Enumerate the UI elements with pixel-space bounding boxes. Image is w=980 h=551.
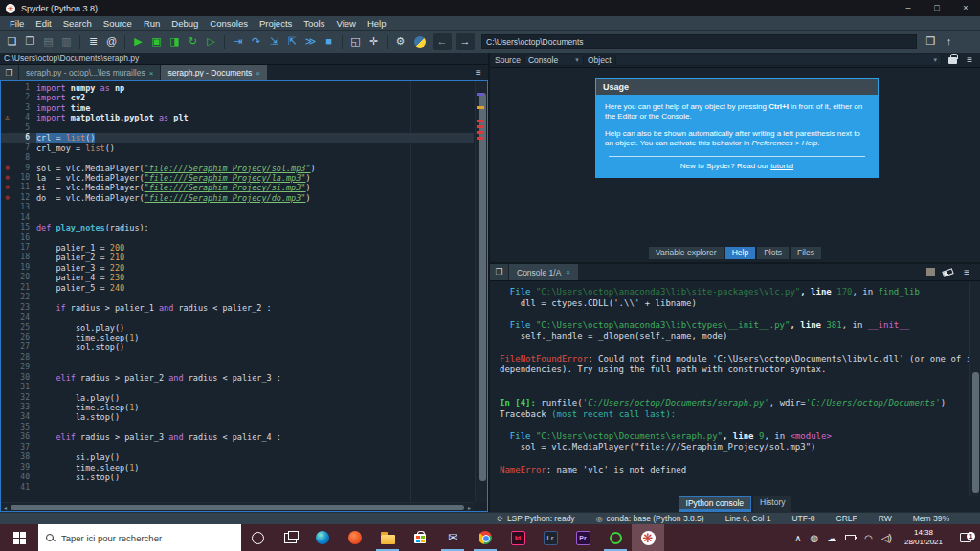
rerun-cell-icon[interactable]: ↻ (185, 33, 201, 50)
close-icon[interactable]: × (149, 69, 154, 77)
browse-tabs-icon[interactable]: ❐ (0, 65, 19, 80)
code-line[interactable]: ⊗11si = vlc.MediaPlayer("file:///Seraphi… (1, 183, 474, 192)
forward-icon[interactable]: → (456, 33, 475, 50)
editor-options-menu-icon[interactable]: ≡ (469, 65, 488, 80)
code-line[interactable]: 26 time.sleep(1) (1, 333, 474, 342)
code-line[interactable]: 32 la.play() (1, 393, 474, 403)
lightroom-icon[interactable]: Lr (534, 524, 567, 551)
start-button[interactable] (0, 524, 38, 551)
menu-debug[interactable]: Debug (166, 18, 204, 29)
parent-directory-icon[interactable]: ↑ (941, 33, 957, 50)
console-options-menu-icon[interactable]: ≡ (961, 267, 972, 277)
scroll-right-icon[interactable]: ▸ (465, 504, 474, 511)
battery-icon[interactable] (845, 535, 856, 540)
tab-help[interactable]: Help (725, 247, 755, 259)
code-line[interactable]: 3import time (1, 103, 474, 113)
code-line[interactable]: ⊗9sol = vlc.MediaPlayer("file:///Seraphi… (1, 164, 474, 173)
maximize-pane-icon[interactable]: ◱ (347, 33, 364, 50)
clear-console-icon[interactable] (942, 268, 953, 276)
minimize-button[interactable]: – (894, 0, 923, 16)
symbols-icon[interactable]: @ (103, 33, 120, 50)
file-explorer-icon[interactable] (371, 524, 404, 551)
python-logo-icon[interactable] (414, 36, 426, 48)
code-line[interactable]: 41 (1, 483, 474, 493)
code-line[interactable]: 33 time.sleep(1) (1, 403, 474, 412)
code-line[interactable]: 2import cv2 (1, 93, 474, 102)
code-line[interactable]: 31 (1, 383, 474, 392)
menu-edit[interactable]: Edit (30, 18, 56, 29)
code-line[interactable]: 8 (1, 153, 474, 163)
menu-file[interactable]: File (4, 18, 30, 29)
code-line[interactable]: ⊗10la = vlc.MediaPlayer("file:///Seraphi… (1, 173, 474, 183)
help-options-menu-icon[interactable]: ≡ (964, 55, 975, 65)
run-selection-icon[interactable]: ▷ (203, 33, 219, 50)
debug-file-icon[interactable]: ⇥ (230, 33, 246, 50)
browse-directory-icon[interactable]: ❒ (923, 33, 939, 50)
open-file-icon[interactable]: ❒ (22, 33, 38, 50)
wifi-icon[interactable]: ◠ (864, 533, 873, 543)
scroll-left-icon[interactable]: ◂ (1, 504, 10, 511)
editor-horizontal-scrollbar[interactable]: ◂ ▸ (1, 502, 474, 511)
debug-continue-icon[interactable]: ≫ (302, 33, 319, 50)
run-cell-icon[interactable]: ▣ (148, 33, 165, 50)
console-output[interactable]: File "C:\Users\octop\anaconda3\lib\site-… (490, 282, 980, 496)
ms-store-icon[interactable] (404, 524, 436, 551)
spyder-taskbar-icon[interactable]: ❋ (632, 524, 664, 551)
tray-chevron-icon[interactable]: ∧ (794, 533, 801, 543)
menu-run[interactable]: Run (138, 18, 166, 29)
console-tab[interactable]: Console 1/A × (509, 264, 578, 280)
code-line[interactable]: 17 palier_1 = 200 (1, 243, 474, 253)
run-file-icon[interactable]: ▶ (130, 33, 146, 50)
code-line[interactable]: 40 si.stop() (1, 473, 474, 482)
save-all-icon[interactable]: ▥ (58, 33, 75, 50)
premiere-icon[interactable]: Pr (567, 524, 599, 551)
code-line[interactable]: ⊗12do = vlc.MediaPlayer("file:///Seraphi… (1, 193, 474, 203)
code-line[interactable]: 20 palier_4 = 230 (1, 273, 474, 282)
code-line[interactable]: 25 sol.play() (1, 323, 474, 333)
edge-icon[interactable] (306, 524, 339, 551)
code-line[interactable]: 30 elif radius > palier_2 and radius < p… (1, 373, 474, 383)
fullscreen-icon[interactable]: ✛ (366, 33, 382, 50)
tray-app-icon[interactable]: ◍ (810, 533, 818, 543)
code-line[interactable]: 7crl_moy = list() (1, 143, 474, 153)
code-line[interactable]: 34 la.stop() (1, 412, 474, 422)
code-line[interactable]: 39 time.sleep(1) (1, 463, 474, 473)
menu-source[interactable]: Source (98, 18, 138, 29)
code-line[interactable]: 5 (1, 123, 474, 133)
code-line[interactable]: 19 palier_3 = 220 (1, 263, 474, 273)
notification-center-icon[interactable]: 1 (955, 533, 976, 542)
tutorial-link[interactable]: tutorial (770, 162, 793, 170)
close-icon[interactable]: × (566, 268, 570, 276)
tab-plots[interactable]: Plots (757, 247, 789, 259)
menu-search[interactable]: Search (57, 18, 98, 29)
code-line[interactable]: 37 (1, 443, 474, 452)
editor-vertical-scrollbar[interactable] (475, 81, 487, 502)
browse-tabs-icon[interactable]: ❐ (490, 264, 509, 280)
indesign-icon[interactable]: Id (501, 524, 534, 551)
code-line[interactable]: 18 palier_2 = 210 (1, 253, 474, 262)
code-line[interactable]: 15def play_notes(radius): (1, 223, 474, 232)
working-directory-input[interactable] (481, 34, 917, 49)
tab-ipython-console[interactable]: IPython console (679, 496, 751, 512)
menu-view[interactable]: View (330, 18, 361, 29)
mail-icon[interactable]: ✉ (436, 524, 469, 551)
step-over-icon[interactable]: ↷ (248, 33, 264, 50)
code-line[interactable]: 27 sol.stop() (1, 342, 474, 352)
new-file-icon[interactable]: ❏ (4, 33, 20, 50)
wrench-icon[interactable]: ⚙ (392, 33, 409, 50)
console-scrollbar[interactable] (969, 282, 980, 496)
debug-stop-icon[interactable]: ■ (321, 33, 337, 50)
volume-icon[interactable]: ◁) (881, 533, 892, 543)
menu-projects[interactable]: Projects (254, 18, 298, 29)
help-object-input[interactable]: ▼ (615, 55, 943, 66)
code-line[interactable]: 24 (1, 313, 474, 322)
outline-icon[interactable]: ≣ (85, 33, 101, 50)
task-view-icon[interactable] (274, 524, 306, 551)
run-cell-advance-icon[interactable]: ◨ (167, 33, 183, 50)
code-line[interactable]: 38 si.play() (1, 452, 474, 462)
brave-icon[interactable] (339, 524, 371, 551)
code-line[interactable]: 6crl = list() (1, 133, 474, 143)
code-line[interactable]: 21 palier_5 = 240 (1, 283, 474, 293)
code-line[interactable]: 22 (1, 293, 474, 302)
code-line[interactable]: 29 (1, 363, 474, 372)
